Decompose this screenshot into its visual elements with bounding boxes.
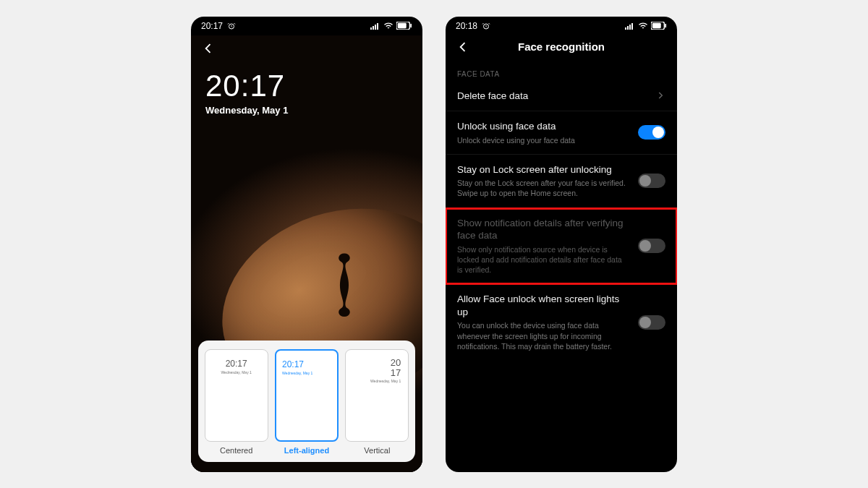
svg-rect-10 (627, 26, 629, 30)
thumb-date: Wednesday, May 1 (282, 371, 312, 375)
wifi-icon (383, 22, 393, 30)
style-option-left-aligned[interactable]: 20:17 Wednesday, May 1 Left-aligned (274, 349, 339, 455)
phone-lockscreen-style: 20:17 20:17 Wednesday, May 1 (191, 17, 422, 472)
thumb-date: Wednesday, May 1 (205, 370, 268, 374)
svg-rect-4 (377, 23, 378, 30)
status-bar: 20:17 (191, 17, 422, 33)
status-time: 20:17 (201, 21, 223, 31)
row-title: Delete face data (457, 90, 645, 103)
row-title: Show notification details after verifyin… (457, 217, 628, 242)
row-stay-on-lock-screen[interactable]: Stay on Lock screen after unlocking Stay… (446, 155, 677, 208)
svg-rect-15 (665, 24, 666, 28)
svg-rect-3 (375, 25, 376, 30)
style-option-centered[interactable]: 20:17 Wednesday, May 1 Centered (204, 349, 268, 455)
back-button[interactable] (201, 41, 216, 56)
toggle-stay-lock[interactable] (638, 174, 665, 188)
toggle-allow-screen-on[interactable] (638, 315, 665, 330)
style-thumb-left: 20:17 Wednesday, May 1 (275, 349, 339, 442)
status-bar: 20:18 (446, 17, 677, 33)
svg-rect-9 (625, 27, 626, 30)
row-allow-face-unlock-screen-on[interactable]: Allow Face unlock when screen lights up … (446, 284, 677, 360)
svg-rect-2 (373, 26, 374, 30)
lockscreen-clock: 20:17 Wednesday, May 1 (205, 69, 288, 116)
wifi-icon (638, 22, 648, 30)
row-title: Stay on Lock screen after unlocking (457, 163, 628, 176)
thumb-time: 20:17 (205, 359, 268, 369)
row-subtitle: Show only notification source when devic… (457, 244, 628, 275)
signal-icon (625, 22, 635, 30)
row-subtitle: You can unlock the device using face dat… (457, 320, 628, 351)
thumb-date: Wednesday, May 1 (370, 379, 401, 383)
page-header: Face recognition (446, 33, 677, 64)
row-show-notification-details[interactable]: Show notification details after verifyin… (446, 208, 677, 285)
alarm-icon (227, 22, 236, 30)
status-time: 20:18 (456, 21, 477, 31)
row-subtitle: Stay on the Lock screen after your face … (457, 178, 628, 198)
screenshot-pair: 20:17 20:17 Wednesday, May 1 (191, 17, 677, 472)
battery-icon (651, 22, 667, 30)
row-title: Allow Face unlock when screen lights up (457, 293, 628, 318)
lockscreen-time: 20:17 (205, 69, 288, 103)
chevron-left-icon (201, 41, 216, 56)
wallpaper-f-hole (326, 250, 363, 317)
toggle-unlock-face[interactable] (638, 125, 665, 140)
svg-rect-7 (410, 24, 412, 28)
phone-face-recognition-settings: 20:18 Face recognition FACE DATA Delete … (446, 17, 677, 472)
row-unlock-using-face-data[interactable]: Unlock using face data Unlock device usi… (446, 111, 677, 155)
svg-rect-12 (631, 23, 633, 30)
row-title: Unlock using face data (457, 120, 628, 133)
page-title: Face recognition (446, 40, 677, 53)
signal-icon (370, 22, 380, 30)
svg-rect-1 (370, 27, 372, 30)
row-subtitle: Unlock device using your face data (457, 135, 628, 145)
style-label: Left-aligned (284, 446, 329, 455)
lockscreen-date: Wednesday, May 1 (205, 105, 288, 116)
thumb-time: 20:17 (282, 359, 304, 369)
toggle-notification-details[interactable] (638, 239, 665, 253)
clock-style-picker: 20:17 Wednesday, May 1 Centered 20:17 We… (198, 341, 415, 462)
style-thumb-centered: 20:17 Wednesday, May 1 (205, 349, 268, 442)
svg-rect-14 (652, 23, 661, 28)
battery-icon (396, 22, 412, 30)
thumb-time-bottom: 17 (391, 367, 401, 378)
chevron-right-icon (655, 90, 665, 100)
alarm-icon (482, 22, 490, 30)
style-option-vertical[interactable]: 20 17 Wednesday, May 1 Vertical (345, 349, 409, 455)
style-label: Vertical (364, 446, 390, 455)
thumb-time-top: 20 (391, 357, 401, 368)
style-label: Centered (220, 446, 252, 455)
row-delete-face-data[interactable]: Delete face data (446, 81, 677, 112)
style-thumb-vertical: 20 17 Wednesday, May 1 (345, 349, 409, 442)
section-label-face-data: FACE DATA (446, 64, 677, 81)
svg-rect-6 (398, 23, 407, 28)
svg-rect-11 (629, 25, 631, 30)
